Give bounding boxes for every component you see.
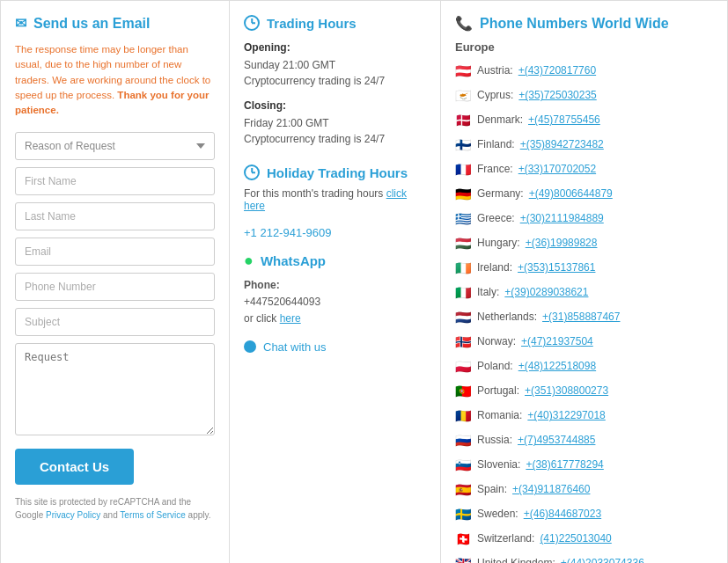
country-name: Finland: [477, 136, 515, 153]
country-phone-link[interactable]: +(46)844687023 [524, 506, 601, 523]
terms-link[interactable]: Terms of Service [120, 510, 185, 520]
country-phone-link[interactable]: +(43)720817760 [518, 62, 596, 79]
country-flag: 🇫🇷 [455, 159, 472, 180]
country-name: Greece: [477, 210, 515, 227]
country-phone-link[interactable]: +(47)21937504 [521, 333, 593, 350]
first-name-input[interactable] [15, 167, 215, 195]
country-flag: 🇵🇱 [455, 356, 472, 377]
list-item: 🇷🇺 Russia: +(7)4953744885 [455, 428, 713, 453]
country-phone-link[interactable]: +(49)8006644879 [529, 186, 613, 202]
country-flag: 🇳🇱 [455, 307, 472, 328]
country-phone-link[interactable]: +(38)617778294 [526, 457, 603, 473]
right-panel: 📞 Phone Numbers World Wide Europe 🇦🇹 Aus… [441, 1, 727, 563]
last-name-input[interactable] [15, 202, 215, 230]
whatsapp-icon: ● [244, 252, 254, 270]
request-textarea[interactable] [15, 343, 215, 435]
recaptcha-notice: This site is protected by reCAPTCHA and … [15, 495, 215, 522]
trading-hours-title: Trading Hours [244, 15, 426, 31]
country-name: Austria: [477, 62, 513, 79]
country-phone-link[interactable]: +(35)725030235 [518, 87, 596, 104]
email-icon: ✉ [15, 15, 26, 32]
country-phone-link[interactable]: +(35)8942723482 [520, 136, 604, 153]
list-item: 🇵🇱 Poland: +(48)122518098 [455, 355, 713, 379]
country-phone-link[interactable]: +(351)308800273 [525, 383, 608, 399]
country-name: Netherlands: [477, 309, 537, 325]
country-name: Ireland: [477, 260, 512, 276]
country-phone-link[interactable]: +(353)15137861 [518, 260, 595, 276]
country-name: France: [477, 161, 513, 178]
trading-hours-section: Trading Hours Opening: Sunday 21:00 GMTC… [244, 15, 426, 147]
country-flag: 🇸🇮 [455, 455, 472, 476]
subject-input[interactable] [15, 308, 215, 336]
contact-us-button[interactable]: Contact Us [15, 449, 134, 485]
country-name: Portugal: [477, 383, 519, 399]
country-flag: 🇷🇺 [455, 430, 472, 451]
country-flag: 🇬🇧 [455, 553, 472, 563]
middle-panel: Trading Hours Opening: Sunday 21:00 GMTC… [230, 1, 441, 563]
email-title: Send us an Email [33, 16, 150, 32]
holiday-link[interactable]: click here [244, 187, 407, 212]
country-flag: 🇨🇾 [455, 85, 472, 106]
list-item: 🇬🇧 United Kingdom: +(44)2033074336 [455, 552, 713, 563]
reason-select[interactable]: Reason of Request [15, 132, 215, 160]
holiday-hours-title: Holiday Trading Hours [244, 165, 426, 180]
country-phone-link[interactable]: +(36)19989828 [526, 235, 598, 252]
list-item: 🇦🇹 Austria: +(43)720817760 [455, 59, 713, 84]
country-phone-link[interactable]: +(31)858887467 [542, 309, 620, 325]
country-name: Spain: [477, 481, 507, 498]
country-phone-link[interactable]: +(48)122518098 [518, 358, 596, 375]
list-item: 🇳🇱 Netherlands: +(31)858887467 [455, 305, 713, 330]
country-phone-link[interactable]: +(34)911876460 [512, 481, 590, 498]
list-item: 🇸🇪 Sweden: +(46)844687023 [455, 502, 713, 527]
country-phone-link[interactable]: +(33)170702052 [518, 161, 596, 178]
country-phone-link[interactable]: +(30)2111984889 [520, 210, 604, 227]
phone-numbers-title: 📞 Phone Numbers World Wide [455, 15, 713, 32]
whatsapp-info: Phone: +447520644093 or click here [244, 277, 426, 328]
chat-link[interactable]: Chat with us [263, 340, 327, 354]
country-phone-link[interactable]: (41)225013040 [540, 530, 611, 547]
closing-label: Closing: [244, 99, 426, 112]
country-flag: 🇨🇭 [455, 529, 472, 550]
left-panel: ✉ Send us an Email The response time may… [1, 1, 230, 563]
email-input[interactable] [15, 238, 215, 266]
country-flag: 🇪🇸 [455, 479, 472, 501]
country-flag: 🇦🇹 [455, 61, 472, 82]
country-flag: 🇳🇴 [455, 332, 472, 353]
list-item: 🇨🇾 Cyprus: +(35)725030235 [455, 84, 713, 108]
holiday-text: For this month's trading hours click her… [244, 187, 426, 212]
country-flag: 🇮🇹 [455, 282, 472, 303]
country-flag: 🇬🇷 [455, 208, 472, 230]
whatsapp-phone-label: Phone: [244, 279, 280, 291]
whatsapp-phone: +447520644093 [244, 296, 320, 308]
privacy-policy-link[interactable]: Privacy Policy [46, 510, 100, 520]
list-item: 🇸🇮 Slovenia: +(38)617778294 [455, 453, 713, 478]
opening-label: Opening: [244, 41, 426, 54]
country-flag: 🇭🇺 [455, 233, 472, 254]
holiday-hours-section: Holiday Trading Hours For this month's t… [244, 165, 426, 212]
country-name: Romania: [477, 407, 522, 424]
list-item: 🇨🇭 Switzerland: (41)225013040 [455, 527, 713, 552]
country-name: Germany: [477, 186, 524, 202]
country-name: Cyprus: [477, 87, 513, 104]
list-item: 🇵🇹 Portugal: +(351)308800273 [455, 379, 713, 404]
holiday-clock-icon [244, 165, 260, 180]
list-item: 🇮🇪 Ireland: +(353)15137861 [455, 256, 713, 281]
list-item: 🇩🇰 Denmark: +(45)78755456 [455, 108, 713, 133]
phone-link[interactable]: +1 212-941-9609 [244, 226, 426, 239]
phone-input[interactable] [15, 273, 215, 301]
country-phone-link[interactable]: +(44)2033074336 [561, 555, 644, 563]
country-name: Slovenia: [477, 457, 520, 473]
country-flag: 🇸🇪 [455, 504, 472, 525]
whatsapp-here-link[interactable]: here [280, 312, 301, 325]
whatsapp-title: ● WhatsApp [244, 252, 426, 270]
country-flag: 🇵🇹 [455, 381, 472, 402]
country-phone-link[interactable]: +(40)312297018 [527, 407, 605, 424]
country-phone-link[interactable]: +(7)4953744885 [518, 432, 595, 449]
country-phone-link[interactable]: +(39)0289038621 [504, 284, 588, 301]
whatsapp-or: or click [244, 312, 276, 325]
list-item: 🇩🇪 Germany: +(49)8006644879 [455, 182, 713, 207]
country-phone-link[interactable]: +(45)78755456 [528, 112, 600, 128]
country-name: Italy: [477, 284, 499, 301]
country-name: Denmark: [477, 112, 523, 128]
country-name: Poland: [477, 358, 513, 375]
